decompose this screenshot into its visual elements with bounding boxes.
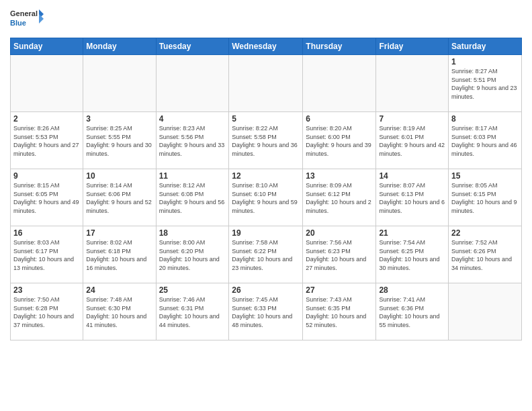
day-info: Sunrise: 7:48 AMSunset: 6:30 PMDaylight:… bbox=[86, 295, 152, 329]
day-number: 7 bbox=[379, 114, 445, 124]
day-cell bbox=[449, 283, 522, 340]
day-number: 12 bbox=[232, 171, 300, 181]
day-number: 27 bbox=[306, 285, 373, 295]
day-info: Sunrise: 8:05 AMSunset: 6:15 PMDaylight:… bbox=[451, 181, 519, 215]
day-number: 18 bbox=[159, 228, 226, 238]
day-info: Sunrise: 7:56 AMSunset: 6:23 PMDaylight:… bbox=[306, 238, 373, 272]
day-cell: 6Sunrise: 8:20 AMSunset: 6:00 PMDaylight… bbox=[303, 112, 376, 169]
day-cell: 16Sunrise: 8:03 AMSunset: 6:17 PMDayligh… bbox=[11, 226, 83, 283]
day-info: Sunrise: 7:50 AMSunset: 6:28 PMDaylight:… bbox=[13, 295, 80, 329]
header-wednesday: Wednesday bbox=[229, 38, 303, 55]
day-cell bbox=[156, 55, 229, 112]
day-cell: 7Sunrise: 8:19 AMSunset: 6:01 PMDaylight… bbox=[376, 112, 449, 169]
day-number: 9 bbox=[13, 171, 80, 181]
week-row-4: 16Sunrise: 8:03 AMSunset: 6:17 PMDayligh… bbox=[11, 226, 522, 283]
day-number: 20 bbox=[306, 228, 373, 238]
day-number: 22 bbox=[451, 228, 519, 238]
day-number: 19 bbox=[232, 228, 300, 238]
week-row-5: 23Sunrise: 7:50 AMSunset: 6:28 PMDayligh… bbox=[11, 283, 522, 340]
day-info: Sunrise: 8:27 AMSunset: 5:51 PMDaylight:… bbox=[451, 67, 519, 101]
day-info: Sunrise: 8:02 AMSunset: 6:18 PMDaylight:… bbox=[86, 238, 152, 272]
day-cell bbox=[303, 55, 376, 112]
day-cell bbox=[376, 55, 449, 112]
header-thursday: Thursday bbox=[303, 38, 376, 55]
day-info: Sunrise: 8:09 AMSunset: 6:12 PMDaylight:… bbox=[306, 181, 373, 215]
day-cell: 8Sunrise: 8:17 AMSunset: 6:03 PMDaylight… bbox=[449, 112, 522, 169]
calendar-header: SundayMondayTuesdayWednesdayThursdayFrid… bbox=[11, 38, 522, 55]
day-info: Sunrise: 8:17 AMSunset: 6:03 PMDaylight:… bbox=[451, 124, 519, 158]
day-info: Sunrise: 8:03 AMSunset: 6:17 PMDaylight:… bbox=[13, 238, 80, 272]
day-cell: 18Sunrise: 8:00 AMSunset: 6:20 PMDayligh… bbox=[156, 226, 229, 283]
week-row-1: 1Sunrise: 8:27 AMSunset: 5:51 PMDaylight… bbox=[11, 55, 522, 112]
day-cell bbox=[11, 55, 83, 112]
day-number: 2 bbox=[13, 114, 80, 124]
day-cell bbox=[83, 55, 156, 112]
day-info: Sunrise: 8:20 AMSunset: 6:00 PMDaylight:… bbox=[306, 124, 373, 158]
day-number: 4 bbox=[159, 114, 226, 124]
day-cell: 28Sunrise: 7:41 AMSunset: 6:36 PMDayligh… bbox=[376, 283, 449, 340]
logo-svg: General Blue bbox=[10, 7, 44, 32]
day-number: 25 bbox=[159, 285, 226, 295]
day-info: Sunrise: 7:45 AMSunset: 6:33 PMDaylight:… bbox=[232, 295, 300, 329]
day-cell: 3Sunrise: 8:25 AMSunset: 5:55 PMDaylight… bbox=[83, 112, 156, 169]
day-cell: 15Sunrise: 8:05 AMSunset: 6:15 PMDayligh… bbox=[449, 169, 522, 226]
day-number: 13 bbox=[306, 171, 373, 181]
day-number: 16 bbox=[13, 228, 80, 238]
day-info: Sunrise: 8:26 AMSunset: 5:53 PMDaylight:… bbox=[13, 124, 80, 158]
day-number: 24 bbox=[86, 285, 152, 295]
header-monday: Monday bbox=[83, 38, 156, 55]
day-number: 8 bbox=[451, 114, 519, 124]
day-info: Sunrise: 8:07 AMSunset: 6:13 PMDaylight:… bbox=[379, 181, 445, 215]
day-info: Sunrise: 8:15 AMSunset: 6:05 PMDaylight:… bbox=[13, 181, 80, 215]
logo: General Blue bbox=[10, 7, 44, 32]
calendar: SundayMondayTuesdayWednesdayThursdayFrid… bbox=[10, 38, 522, 340]
day-cell: 12Sunrise: 8:10 AMSunset: 6:10 PMDayligh… bbox=[229, 169, 303, 226]
day-info: Sunrise: 7:52 AMSunset: 6:26 PMDaylight:… bbox=[451, 238, 519, 272]
day-number: 14 bbox=[379, 171, 445, 181]
day-cell: 11Sunrise: 8:12 AMSunset: 6:08 PMDayligh… bbox=[156, 169, 229, 226]
day-cell: 17Sunrise: 8:02 AMSunset: 6:18 PMDayligh… bbox=[83, 226, 156, 283]
day-info: Sunrise: 8:00 AMSunset: 6:20 PMDaylight:… bbox=[159, 238, 226, 272]
day-number: 21 bbox=[379, 228, 445, 238]
day-number: 1 bbox=[451, 57, 519, 66]
day-info: Sunrise: 8:25 AMSunset: 5:55 PMDaylight:… bbox=[86, 124, 152, 158]
day-number: 15 bbox=[451, 171, 519, 181]
day-cell: 24Sunrise: 7:48 AMSunset: 6:30 PMDayligh… bbox=[83, 283, 156, 340]
day-number: 3 bbox=[86, 114, 152, 124]
day-info: Sunrise: 7:41 AMSunset: 6:36 PMDaylight:… bbox=[379, 295, 445, 329]
header-tuesday: Tuesday bbox=[156, 38, 229, 55]
day-cell: 10Sunrise: 8:14 AMSunset: 6:06 PMDayligh… bbox=[83, 169, 156, 226]
week-row-2: 2Sunrise: 8:26 AMSunset: 5:53 PMDaylight… bbox=[11, 112, 522, 169]
page-container: General Blue SundayMondayTuesdayWednesda… bbox=[0, 0, 532, 347]
day-cell: 23Sunrise: 7:50 AMSunset: 6:28 PMDayligh… bbox=[11, 283, 83, 340]
day-number: 10 bbox=[86, 171, 152, 181]
day-info: Sunrise: 7:58 AMSunset: 6:22 PMDaylight:… bbox=[232, 238, 300, 272]
day-cell: 5Sunrise: 8:22 AMSunset: 5:58 PMDaylight… bbox=[229, 112, 303, 169]
day-cell: 14Sunrise: 8:07 AMSunset: 6:13 PMDayligh… bbox=[376, 169, 449, 226]
svg-text:Blue: Blue bbox=[10, 19, 26, 27]
day-number: 23 bbox=[13, 285, 80, 295]
day-info: Sunrise: 8:10 AMSunset: 6:10 PMDaylight:… bbox=[232, 181, 300, 215]
day-cell: 22Sunrise: 7:52 AMSunset: 6:26 PMDayligh… bbox=[449, 226, 522, 283]
day-info: Sunrise: 8:19 AMSunset: 6:01 PMDaylight:… bbox=[379, 124, 445, 158]
day-info: Sunrise: 8:23 AMSunset: 5:56 PMDaylight:… bbox=[159, 124, 226, 158]
day-info: Sunrise: 7:43 AMSunset: 6:35 PMDaylight:… bbox=[306, 295, 373, 329]
day-info: Sunrise: 8:22 AMSunset: 5:58 PMDaylight:… bbox=[232, 124, 300, 158]
header: General Blue bbox=[10, 7, 522, 32]
calendar-body: 1Sunrise: 8:27 AMSunset: 5:51 PMDaylight… bbox=[11, 55, 522, 340]
day-cell: 2Sunrise: 8:26 AMSunset: 5:53 PMDaylight… bbox=[11, 112, 83, 169]
svg-text:General: General bbox=[10, 9, 38, 17]
day-cell bbox=[229, 55, 303, 112]
day-number: 5 bbox=[232, 114, 300, 124]
day-info: Sunrise: 7:46 AMSunset: 6:31 PMDaylight:… bbox=[159, 295, 226, 329]
day-cell: 20Sunrise: 7:56 AMSunset: 6:23 PMDayligh… bbox=[303, 226, 376, 283]
header-sunday: Sunday bbox=[11, 38, 83, 55]
day-cell: 4Sunrise: 8:23 AMSunset: 5:56 PMDaylight… bbox=[156, 112, 229, 169]
day-info: Sunrise: 8:12 AMSunset: 6:08 PMDaylight:… bbox=[159, 181, 226, 215]
day-cell: 26Sunrise: 7:45 AMSunset: 6:33 PMDayligh… bbox=[229, 283, 303, 340]
day-cell: 13Sunrise: 8:09 AMSunset: 6:12 PMDayligh… bbox=[303, 169, 376, 226]
day-cell: 9Sunrise: 8:15 AMSunset: 6:05 PMDaylight… bbox=[11, 169, 83, 226]
day-number: 6 bbox=[306, 114, 373, 124]
day-number: 26 bbox=[232, 285, 300, 295]
day-cell: 21Sunrise: 7:54 AMSunset: 6:25 PMDayligh… bbox=[376, 226, 449, 283]
